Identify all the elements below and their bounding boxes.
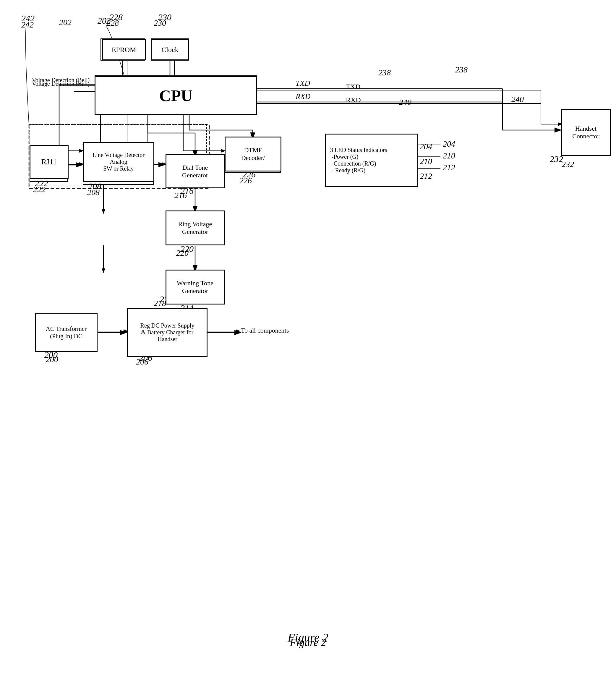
handset-main-box: HandsetConnector	[561, 109, 611, 156]
label-240: 240	[399, 98, 412, 107]
label-238: 238	[378, 68, 391, 78]
ac-transformer-main-box: AC Transformer(Plug In) DC	[35, 314, 97, 352]
label-208: 208	[87, 188, 100, 197]
voltage-detection-label: Voltage Detection (Bell)	[32, 81, 90, 87]
label-228: 228	[106, 18, 119, 28]
ring-voltage-main-box: Ring VoltageGenerator	[166, 211, 225, 245]
label-216: 216	[174, 191, 187, 200]
label-204: 204	[420, 142, 432, 151]
reg-dc-main-box: Reg DC Power Supply& Battery Charger for…	[127, 308, 207, 357]
label-200: 200	[46, 355, 58, 364]
eprom-main-box: EPROM	[102, 39, 146, 60]
label-220: 220	[176, 248, 189, 258]
dial-tone-main-box: Dial ToneGenerator	[166, 154, 225, 188]
label-230: 230	[154, 18, 166, 28]
label-232: 232	[562, 160, 574, 169]
label-212: 212	[420, 171, 432, 181]
label-222: 222	[33, 185, 45, 194]
rxd-label: RXD	[346, 96, 361, 104]
to-all-label: To all components	[241, 327, 289, 335]
label-210: 210	[420, 157, 432, 166]
rj11-main-box: RJ11	[29, 145, 69, 179]
cpu-main-box: CPU	[94, 76, 257, 115]
txd-label: TXD	[346, 83, 360, 91]
line-voltage-main-box: Line Voltage Detector AnalogSW or Relay	[83, 142, 154, 182]
warning-tone-main-box: Warning ToneGenerator	[166, 269, 225, 304]
clock-main-box: Clock	[151, 39, 189, 60]
label-242: 242	[21, 20, 34, 29]
label-206: 206	[136, 357, 148, 367]
label-218: 218	[154, 299, 166, 308]
label-226: 226	[239, 176, 252, 185]
figure-caption: Figure 2	[0, 636, 616, 649]
dtmf-main-box: DTMFDecoder/	[225, 136, 281, 171]
led-main-box: 3 LED Status Indicators -Power (G) -Conn…	[325, 134, 418, 187]
label-202: 202	[59, 18, 71, 27]
